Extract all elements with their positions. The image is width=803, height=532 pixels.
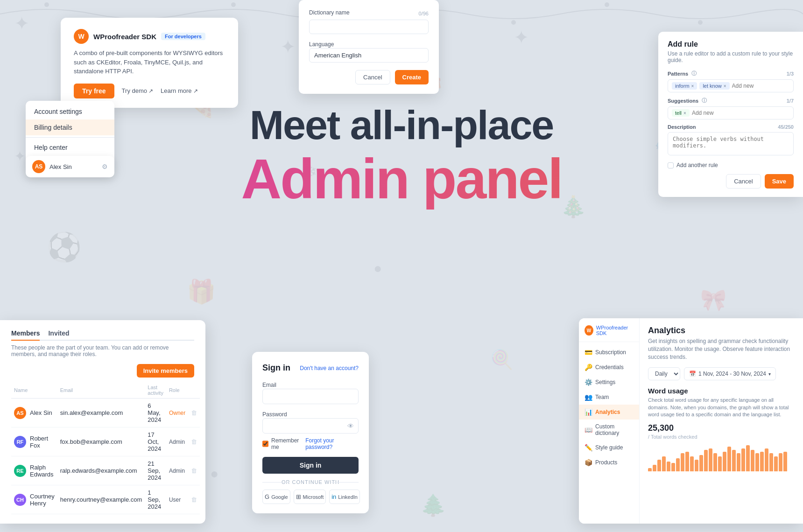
pattern-tag-letknow: let know ×: [699, 82, 729, 90]
nav-icon: 📖: [585, 426, 592, 434]
chart-bar: [681, 453, 684, 471]
chart-bar: [755, 453, 759, 471]
dict-name-label: Dictionary name: [309, 9, 350, 16]
suggestions-label: Suggestions ⓘ 1/7: [668, 97, 794, 104]
invite-members-button[interactable]: Invite members: [137, 364, 194, 378]
chart-bar: [685, 452, 689, 471]
email-input[interactable]: [262, 389, 359, 404]
table-row: CH Courtney Henry henry.courtney@example…: [11, 485, 200, 514]
account-settings-item[interactable]: Account settings: [26, 104, 114, 119]
chart-bar: [732, 450, 736, 471]
rule-save-button[interactable]: Save: [765, 174, 794, 189]
analytics-filters: Daily 📅 1 Nov, 2024 - 30 Nov, 2024 ▾: [648, 367, 795, 380]
chart-bar: [709, 448, 712, 471]
try-demo-link[interactable]: Try demo ↗: [122, 87, 153, 94]
analytics-sidebar: W WProofreader SDK 💳 Subscription 🔑 Cred…: [579, 318, 640, 524]
nav-item-credentials[interactable]: 🔑 Credentials: [579, 360, 639, 375]
chart-bar: [765, 448, 768, 471]
billing-details-item[interactable]: Billing details: [26, 119, 114, 135]
date-filter[interactable]: 📅 1 Nov, 2024 - 30 Nov, 2024 ▾: [684, 367, 776, 380]
dropdown-divider: [26, 137, 114, 138]
suggestions-tags: tell ×: [668, 106, 794, 119]
nav-item-products[interactable]: 📦 Products: [579, 455, 639, 470]
sdk-logo: W: [74, 29, 89, 44]
patterns-add-input[interactable]: [732, 82, 789, 90]
remove-member-icon[interactable]: 🗑: [191, 438, 197, 445]
register-link[interactable]: Don't have an account?: [300, 365, 359, 371]
tab-invited[interactable]: Invited: [48, 329, 69, 341]
tab-members[interactable]: Members: [11, 329, 40, 341]
toggle-password-icon[interactable]: 👁: [347, 422, 354, 430]
col-role: Role: [166, 382, 188, 399]
patterns-label: Patterns ⓘ 1/3: [668, 70, 794, 77]
rule-description-textarea[interactable]: [668, 132, 794, 155]
password-row: 👁: [262, 418, 359, 434]
signin-panel: Sign in Don't have an account? Email Pas…: [252, 352, 369, 513]
nav-label: Products: [595, 459, 617, 466]
nav-item-style-guide[interactable]: ✏️ Style guide: [579, 440, 639, 455]
account-user-bar[interactable]: AS Alex Sin ⚙: [26, 156, 114, 177]
help-center-item[interactable]: Help center: [26, 140, 114, 155]
chart-bar: [783, 452, 787, 471]
member-role: User: [169, 497, 181, 503]
deco-gift: 🎁: [187, 280, 216, 303]
nav-item-settings[interactable]: ⚙️ Settings: [579, 375, 639, 390]
chart-bar: [718, 456, 722, 471]
sdk-description: A combo of pre-built components for WYSI…: [74, 49, 225, 76]
chart-bar: [667, 462, 670, 471]
analytics-logo-row: W WProofreader SDK: [579, 325, 639, 342]
linkedin-signin-button[interactable]: in LinkedIn: [329, 490, 360, 504]
analytics-content: Analytics Get insights on spelling and g…: [640, 318, 803, 479]
period-filter[interactable]: Daily: [648, 367, 680, 380]
svg-point-6: [605, 2, 609, 7]
nav-item-custom-dictionary[interactable]: 📖 Custom dictionary: [579, 420, 639, 440]
remove-tell-tag[interactable]: ×: [683, 111, 686, 116]
nav-item-subscription[interactable]: 💳 Subscription: [579, 345, 639, 360]
remember-checkbox[interactable]: [262, 441, 268, 447]
deco-star2: ✦: [280, 37, 296, 56]
remove-member-icon[interactable]: 🗑: [191, 467, 197, 474]
member-email: fox.bob@example.com: [57, 427, 145, 456]
chart-bar: [648, 468, 652, 471]
chart-bar: [671, 463, 675, 471]
nav-item-team[interactable]: 👥 Team: [579, 390, 639, 405]
google-signin-button[interactable]: G Google: [262, 490, 290, 504]
nav-icon: 💳: [585, 349, 592, 356]
analytics-brand-logo: W: [585, 325, 593, 336]
chart-bar: [695, 460, 698, 471]
rule-cancel-button[interactable]: Cancel: [726, 174, 761, 189]
try-free-button[interactable]: Try free: [74, 84, 114, 98]
suggestions-add-input[interactable]: [692, 109, 789, 117]
microsoft-signin-button[interactable]: ⊞ Microsoft: [294, 490, 326, 504]
remove-member-icon[interactable]: 🗑: [191, 496, 197, 503]
chart-bar: [741, 448, 745, 471]
col-last-activity: Last activity: [145, 382, 166, 399]
learn-more-link[interactable]: Learn more ↗: [161, 87, 197, 94]
dict-create-button[interactable]: Create: [395, 70, 429, 84]
nav-label: Credentials: [595, 364, 624, 371]
add-another-label: Add another rule: [676, 162, 718, 168]
add-another-checkbox[interactable]: [668, 162, 674, 168]
chart-bar: [699, 455, 703, 471]
email-label: Email: [262, 382, 276, 388]
chart-bar: [662, 456, 666, 471]
sdk-badge: For developers: [161, 33, 205, 40]
nav-item-analytics[interactable]: 📊 Analytics: [579, 405, 639, 420]
remove-letknow-tag[interactable]: ×: [724, 84, 726, 89]
dict-cancel-button[interactable]: Cancel: [355, 70, 390, 84]
sdk-card-header: W WProofreader SDK For developers: [74, 29, 225, 44]
deco-dot: ●: [373, 261, 382, 275]
remove-inform-tag[interactable]: ×: [691, 84, 694, 89]
dict-name-input[interactable]: [309, 20, 429, 34]
member-email: sin.alex@example.com: [57, 399, 145, 427]
dict-lang-select[interactable]: American English: [309, 48, 429, 63]
signin-button[interactable]: Sign in: [262, 457, 359, 474]
word-usage-title: Word usage: [648, 387, 795, 395]
sdk-actions: Try free Try demo ↗ Learn more ↗: [74, 84, 225, 98]
password-input[interactable]: [262, 418, 359, 434]
table-row: RE Ralph Edwards ralp.edwards@example.co…: [11, 456, 200, 485]
word-usage-description: Check total word usage for any specific …: [648, 397, 795, 418]
remove-member-icon[interactable]: 🗑: [191, 409, 197, 416]
password-label: Password: [262, 411, 287, 418]
forgot-password-link[interactable]: Forgot your password?: [305, 437, 359, 450]
